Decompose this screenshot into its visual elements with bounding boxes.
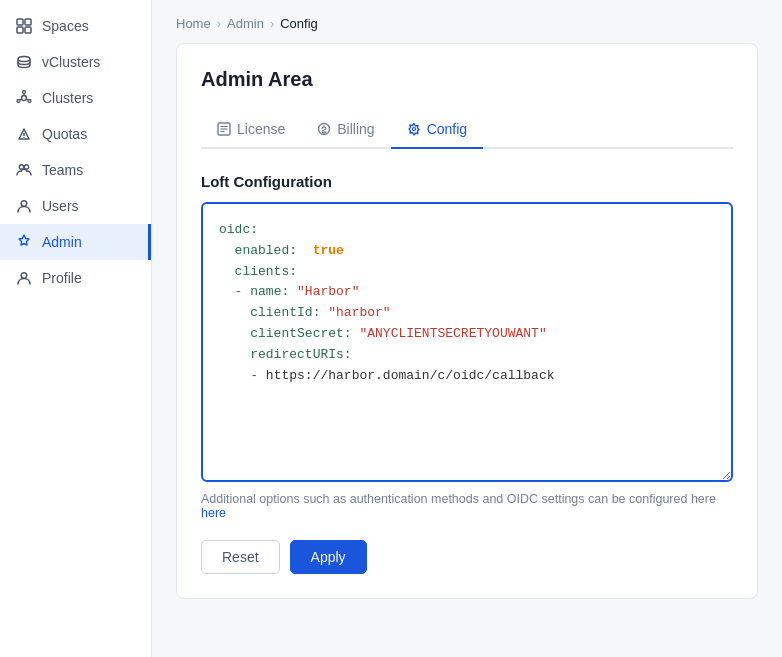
tab-billing[interactable]: Billing bbox=[301, 111, 390, 149]
svg-point-23 bbox=[412, 128, 415, 131]
svg-point-6 bbox=[23, 91, 26, 94]
spaces-icon bbox=[16, 18, 32, 34]
svg-point-13 bbox=[23, 137, 24, 138]
sidebar-item-quotas[interactable]: Quotas bbox=[0, 116, 151, 152]
sidebar-item-clusters[interactable]: Clusters bbox=[0, 80, 151, 116]
svg-rect-1 bbox=[25, 19, 31, 25]
section-title: Loft Configuration bbox=[201, 173, 733, 190]
sidebar-item-users[interactable]: Users bbox=[0, 188, 151, 224]
license-icon bbox=[217, 122, 231, 136]
sidebar-item-vclusters[interactable]: vClusters bbox=[0, 44, 151, 80]
sidebar-item-profile[interactable]: Profile bbox=[0, 260, 151, 296]
helper-link[interactable]: here bbox=[201, 506, 226, 520]
sidebar-label-admin: Admin bbox=[42, 234, 82, 250]
svg-point-4 bbox=[18, 57, 30, 62]
breadcrumb-sep-2: › bbox=[270, 16, 274, 31]
clusters-icon bbox=[16, 90, 32, 106]
config-editor[interactable]: oidc: enabled: true clients: - name: "Ha… bbox=[201, 202, 733, 482]
users-icon bbox=[16, 198, 32, 214]
svg-point-7 bbox=[28, 100, 31, 103]
config-icon bbox=[407, 122, 421, 136]
tab-bar: License Billing Config bbox=[201, 111, 733, 149]
sidebar-item-teams[interactable]: Teams bbox=[0, 152, 151, 188]
teams-icon bbox=[16, 162, 32, 178]
profile-icon bbox=[16, 270, 32, 286]
quotas-icon bbox=[16, 126, 32, 142]
breadcrumb-sep-1: › bbox=[217, 16, 221, 31]
sidebar-label-vclusters: vClusters bbox=[42, 54, 100, 70]
svg-rect-3 bbox=[25, 27, 31, 33]
sidebar-item-admin[interactable]: Admin bbox=[0, 224, 151, 260]
apply-button[interactable]: Apply bbox=[290, 540, 367, 574]
svg-point-8 bbox=[17, 100, 20, 103]
svg-point-16 bbox=[21, 201, 27, 207]
page-title: Admin Area bbox=[201, 68, 733, 91]
breadcrumb-current: Config bbox=[280, 16, 318, 31]
tab-config-label: Config bbox=[427, 121, 467, 137]
sidebar-label-quotas: Quotas bbox=[42, 126, 87, 142]
tab-license[interactable]: License bbox=[201, 111, 301, 149]
sidebar-label-profile: Profile bbox=[42, 270, 82, 286]
sidebar: Spaces vClusters Clusters bbox=[0, 0, 152, 657]
sidebar-item-spaces[interactable]: Spaces bbox=[0, 8, 151, 44]
helper-text: Additional options such as authenticatio… bbox=[201, 492, 733, 520]
svg-point-5 bbox=[22, 96, 27, 101]
breadcrumb: Home › Admin › Config bbox=[152, 0, 782, 43]
billing-icon bbox=[317, 122, 331, 136]
vclusters-icon bbox=[16, 54, 32, 70]
tab-license-label: License bbox=[237, 121, 285, 137]
svg-rect-2 bbox=[17, 27, 23, 33]
reset-button[interactable]: Reset bbox=[201, 540, 280, 574]
sidebar-label-users: Users bbox=[42, 198, 79, 214]
admin-icon bbox=[16, 234, 32, 250]
tab-billing-label: Billing bbox=[337, 121, 374, 137]
sidebar-label-spaces: Spaces bbox=[42, 18, 89, 34]
svg-rect-0 bbox=[17, 19, 23, 25]
admin-card: Admin Area License bbox=[176, 43, 758, 599]
tab-config[interactable]: Config bbox=[391, 111, 483, 149]
sidebar-label-teams: Teams bbox=[42, 162, 83, 178]
breadcrumb-admin[interactable]: Admin bbox=[227, 16, 264, 31]
main-content: Home › Admin › Config Admin Area License bbox=[152, 0, 782, 657]
svg-point-17 bbox=[21, 273, 27, 279]
button-row: Reset Apply bbox=[201, 540, 733, 574]
sidebar-label-clusters: Clusters bbox=[42, 90, 93, 106]
breadcrumb-home[interactable]: Home bbox=[176, 16, 211, 31]
